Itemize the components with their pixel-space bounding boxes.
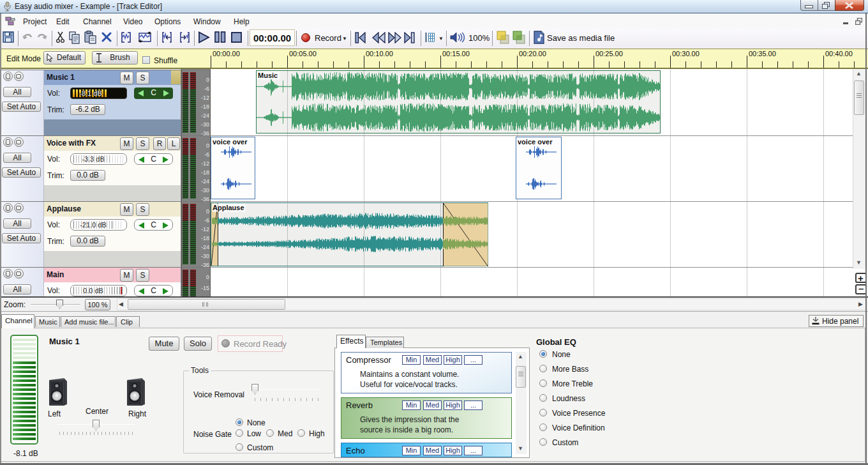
svg-text:00:20.00: 00:20.00 — [519, 50, 546, 57]
svg-text:00:30.00: 00:30.00 — [672, 50, 700, 57]
svg-text:00:35.00: 00:35.00 — [749, 50, 776, 57]
svg-text:00:00.00: 00:00.00 — [213, 50, 240, 57]
svg-text:voice over: voice over — [518, 138, 553, 146]
svg-text:00:40.00: 00:40.00 — [825, 50, 853, 57]
svg-text:00:10.00: 00:10.00 — [366, 50, 393, 57]
svg-text:00:05.00: 00:05.00 — [289, 50, 317, 57]
svg-text:voice over: voice over — [213, 138, 248, 146]
svg-text:Music: Music — [258, 72, 278, 79]
svg-text:Applause: Applause — [213, 204, 244, 211]
svg-text:00:15.00: 00:15.00 — [442, 50, 470, 57]
svg-text:00:25.00: 00:25.00 — [595, 50, 623, 57]
